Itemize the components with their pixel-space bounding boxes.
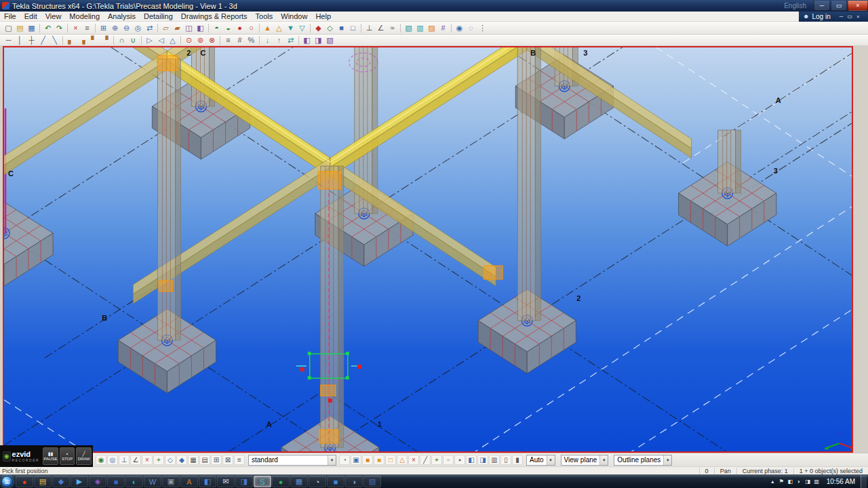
applications-icon[interactable]: ◇ [324,22,336,33]
show-desktop-button[interactable] [861,475,867,488]
snap-reference-points-icon[interactable]: ◉ [96,455,106,465]
phases-icon[interactable]: ◉ [454,22,465,33]
pad-footing[interactable] [4,202,53,286]
chevron-down-icon[interactable]: ▾ [599,455,608,465]
zoom-in-icon[interactable]: ⊕ [109,22,121,33]
snap-reference-plane-icon[interactable]: ⊞ [211,455,222,465]
copy-icon[interactable]: ▷ [144,35,155,45]
undo-icon[interactable]: ↶ [42,22,54,33]
draw-button[interactable]: ╱ DRAW [76,447,92,465]
grid-label[interactable]: B [530,49,536,57]
chevron-down-icon[interactable]: ▾ [328,455,336,465]
tekla-structures-icon[interactable]: S [254,476,271,487]
model-scene[interactable]: 2 C B 3 A 3 C B 2 A 1 [4,47,852,451]
view-along-axis-icon[interactable]: ◫ [183,22,195,33]
select-welds-icon[interactable]: × [408,455,419,465]
view-list-icon[interactable]: ▰ [172,22,183,33]
measure-angle-icon[interactable]: ∠ [375,22,387,33]
column[interactable] [321,166,344,447]
app-teal-icon[interactable]: ◐ [125,476,143,487]
minimize-button[interactable]: ─ [814,1,830,11]
menu-view[interactable]: View [41,12,66,21]
select-parts-icon[interactable]: ■ [362,455,373,465]
grid-label[interactable]: 3 [774,167,778,175]
clash-check-icon[interactable]: ≈ [387,22,398,33]
snap-free-icon[interactable]: ⊠ [222,455,233,465]
selection-filter-combo[interactable]: standard ▾ [248,455,336,466]
pan-icon[interactable]: ⇄ [144,22,155,33]
create-strip-footing-icon[interactable]: △ [273,22,285,33]
arc-points-icon[interactable]: ∪ [127,35,139,45]
grid-label[interactable]: C [200,49,205,57]
fitting-icon[interactable]: ≡ [222,35,234,45]
reports-icon[interactable]: ▨ [426,22,437,33]
clock[interactable]: 10:56 AM [821,478,861,485]
app-blue-5-icon[interactable]: ▦ [290,476,308,487]
grid-label[interactable]: 1 [378,420,382,428]
redo-icon[interactable]: ↷ [54,22,65,33]
fit-work-area-icon[interactable]: ⊞ [98,22,109,33]
app-gray-icon[interactable]: ▣ [162,476,180,487]
point-parallel-icon[interactable]: │ [14,35,26,45]
action-center-flag-icon[interactable]: ⚑ [777,476,786,487]
lotting-icon[interactable]: ◌ [465,22,477,33]
drawing-list-icon[interactable]: ▥ [414,22,426,33]
app-blue-2-icon[interactable]: ■ [107,476,125,487]
create-slab-icon[interactable]: ▼ [285,22,296,33]
file-explorer-icon[interactable]: ▤ [34,476,52,487]
grid-label[interactable]: 3 [583,49,587,57]
snap-perpendicular-icon[interactable]: ⊥ [119,455,130,465]
create-connection-icon[interactable]: ■ [336,22,347,33]
interrupt-icon[interactable]: × [70,22,81,33]
swap-parts-icon[interactable]: ⇄ [285,35,296,45]
column[interactable] [157,59,180,340]
snap-centers-icon[interactable]: ◆ [176,455,187,465]
close-button[interactable]: × [848,1,868,11]
components-catalog-icon[interactable]: ◆ [313,22,324,33]
point-projection-icon[interactable]: ╱ [37,35,49,45]
menu-analysis[interactable]: Analysis [104,12,140,21]
select-surfaces-icon[interactable]: ■ [374,455,384,465]
language-selector[interactable]: English [784,2,806,9]
select-assemblies-icon[interactable]: ◧ [466,455,477,465]
cut-part-icon[interactable]: ⊗ [206,35,218,45]
restore-button[interactable]: ▭ [831,1,847,11]
select-views-icon[interactable]: ▪ [454,455,465,465]
stop-button[interactable]: ▪ STOP [60,447,75,465]
beams[interactable] [4,47,692,304]
mdi-close-button[interactable]: × [854,14,862,20]
options-icon[interactable]: ⋮ [477,22,488,33]
create-construction-line-icon[interactable]: ◒ [222,22,234,33]
menu-help[interactable]: Help [311,12,335,21]
drag-and-drop-icon[interactable]: ▯ [500,455,511,465]
auto-plane-combo[interactable]: Auto ▾ [526,455,555,466]
split-part-icon[interactable]: ◧ [301,35,313,45]
app-blue-6-icon[interactable]: ■ [327,476,344,487]
select-rebar-icon[interactable]: △ [397,455,408,465]
snap-settings-icon[interactable]: ≡ [234,455,245,465]
create-view-icon[interactable]: ▱ [160,22,172,33]
numbering-icon[interactable]: # [437,22,449,33]
3d-viewport[interactable]: 2 C B 3 A 3 C B 2 A 1 [3,46,853,453]
select-points-icon[interactable]: □ [385,455,396,465]
move-up-icon[interactable]: ↑ [273,35,285,45]
bolt-array-icon[interactable]: ▘ [88,35,100,45]
divide-line-icon[interactable]: ▖ [65,35,77,45]
divide-arc-icon[interactable]: ▗ [77,35,88,45]
grid-label[interactable]: B [102,314,107,322]
chevron-down-icon[interactable]: ▾ [663,455,671,465]
weld-polygon-icon[interactable]: ⊚ [195,35,206,45]
app-blue-7-icon[interactable]: ▧ [363,476,381,487]
mirror-icon[interactable]: ▧ [324,35,336,45]
create-point-icon[interactable]: ◓ [211,22,222,33]
mdi-restore-button[interactable]: ▭ [845,14,854,20]
combine-parts-icon[interactable]: ◨ [313,35,324,45]
snap-intersections-icon[interactable]: ◇ [165,455,176,465]
measure-distance-icon[interactable]: ⊥ [363,22,375,33]
point-intersection-icon[interactable]: ┼ [26,35,37,45]
save-model-icon[interactable]: ▦ [26,22,37,33]
select-cuts-icon[interactable]: ╱ [420,455,431,465]
bolt-circle-icon[interactable]: ▝ [100,35,111,45]
mail-icon[interactable]: ✉ [217,476,235,487]
snap-end-points-icon[interactable]: × [142,455,153,465]
